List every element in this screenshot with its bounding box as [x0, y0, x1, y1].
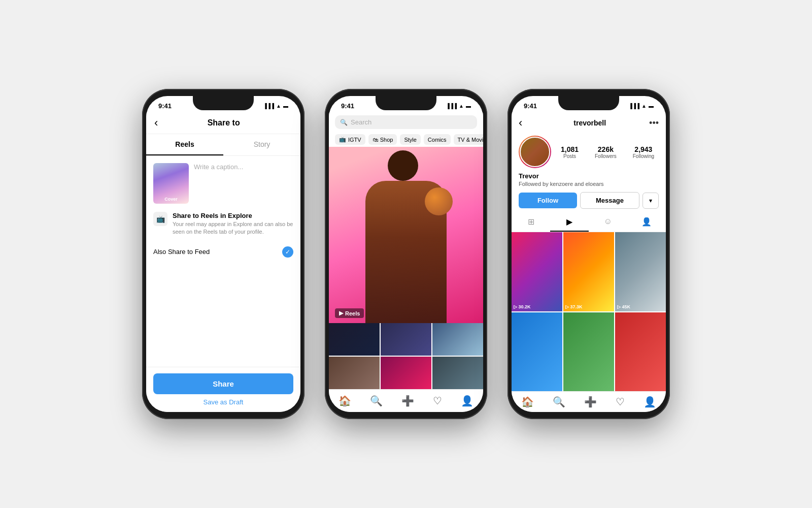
- cat-tv[interactable]: TV & Movie: [454, 134, 483, 145]
- share-button[interactable]: Share: [153, 373, 293, 394]
- grid-cell-2[interactable]: ▷ 37.3K: [563, 232, 614, 311]
- cat-igtv[interactable]: 📺 IGTV: [335, 134, 365, 145]
- tab-tagged[interactable]: ☺: [589, 213, 627, 232]
- explore-title: Share to Reels in Explore: [173, 212, 293, 219]
- stat-followers: 226k Followers: [595, 145, 617, 159]
- share-body: Cover Write a caption... 📺 Share to Reel…: [146, 156, 300, 367]
- cat-style[interactable]: Style: [400, 134, 420, 145]
- message-button[interactable]: Message: [580, 192, 639, 209]
- posts-label: Posts: [561, 153, 579, 159]
- save-draft-button[interactable]: Save as Draft: [204, 398, 244, 406]
- following-label: Following: [633, 153, 654, 159]
- grid-cell-6[interactable]: [615, 312, 666, 392]
- tab-grid[interactable]: ⊞: [512, 213, 550, 232]
- profile-nav-2[interactable]: 👤: [461, 395, 473, 407]
- status-time-1: 9:41: [158, 102, 172, 110]
- also-share-row: Also Share to Feed ✓: [153, 240, 293, 264]
- search-bar[interactable]: 🔍 Search: [335, 115, 477, 129]
- follow-button[interactable]: Follow: [519, 193, 577, 208]
- signal-icon-2: ▐▐▐: [446, 103, 457, 109]
- reels-badge: ▶ Reels: [335, 308, 364, 318]
- search-nav-2[interactable]: 🔍: [370, 395, 383, 407]
- notch-1: [193, 96, 254, 110]
- back-button-3[interactable]: ‹: [519, 116, 522, 130]
- add-nav-3[interactable]: ➕: [584, 396, 597, 408]
- profile-followed: Followed by kenzoere and eloears: [512, 181, 666, 190]
- phone-2-screen: 9:41 ▐▐▐ ▲ ▬ 🔍 Search 📺 IGTV 🛍: [329, 96, 483, 412]
- wifi-icon: ▲: [276, 103, 281, 109]
- status-time-2: 9:41: [341, 102, 354, 110]
- battery-icon-2: ▬: [466, 103, 471, 109]
- phone3-content: ‹ trevorbell ••• 1,081 Posts 226k Follow…: [512, 112, 666, 412]
- tab-mention[interactable]: 👤: [627, 213, 666, 232]
- signal-icon-3: ▐▐▐: [629, 103, 639, 109]
- wifi-icon-3: ▲: [641, 103, 647, 109]
- back-button-1[interactable]: ‹: [154, 116, 158, 130]
- heart-nav-2[interactable]: ♡: [433, 395, 442, 407]
- thumb-2[interactable]: [381, 323, 431, 356]
- explore-text: Share to Reels in Explore Your reel may …: [173, 212, 293, 236]
- tabs-row-1: Reels Story: [146, 134, 300, 156]
- search-icon: 🔍: [340, 119, 348, 126]
- caption-input[interactable]: Write a caption...: [194, 163, 293, 204]
- share-to-title: Share to: [166, 118, 281, 128]
- profile-nav-3[interactable]: 👤: [644, 396, 656, 408]
- thumb-5[interactable]: [381, 357, 431, 389]
- followers-label: Followers: [595, 153, 617, 159]
- caption-row: Cover Write a caption...: [153, 163, 293, 204]
- notch-2: [376, 96, 436, 110]
- profile-topbar: ‹ trevorbell •••: [512, 112, 666, 134]
- status-icons-1: ▐▐▐ ▲ ▬: [263, 103, 288, 109]
- explore-reel-icon: 📺: [153, 212, 167, 226]
- wifi-icon-2: ▲: [459, 103, 464, 109]
- phone2-content: 🔍 Search 📺 IGTV 🛍 Shop Style Comics: [329, 112, 483, 412]
- view-count-2: ▷ 37.3K: [565, 304, 583, 309]
- phone-2: 9:41 ▐▐▐ ▲ ▬ 🔍 Search 📺 IGTV 🛍: [325, 89, 487, 419]
- phone-1-screen: 9:41 ▐▐▐ ▲ ▬ ‹ Share to Reels Story: [146, 96, 300, 412]
- also-share-checkbox[interactable]: ✓: [282, 246, 293, 258]
- grid-cell-3[interactable]: ▷ 45K: [615, 232, 666, 311]
- search-nav-3[interactable]: 🔍: [553, 396, 565, 408]
- view-count-1: ▷ 30.2K: [514, 304, 531, 309]
- grid-cell-4[interactable]: [512, 312, 562, 392]
- grid-cell-1[interactable]: ▷ 30.2K: [512, 232, 562, 311]
- categories-row: 📺 IGTV 🛍 Shop Style Comics TV & Movie: [329, 132, 483, 147]
- cat-comics[interactable]: Comics: [424, 134, 451, 145]
- following-count: 2,943: [633, 145, 654, 153]
- heart-nav-3[interactable]: ♡: [616, 396, 625, 408]
- posts-count: 1,081: [561, 145, 579, 153]
- thumb-1[interactable]: [329, 323, 380, 356]
- search-bar-row: 🔍 Search: [329, 112, 483, 132]
- cat-shop[interactable]: 🛍 Shop: [368, 134, 397, 145]
- status-icons-3: ▐▐▐ ▲ ▬: [629, 103, 654, 109]
- phone-3-screen: 9:41 ▐▐▐ ▲ ▬ ‹ trevorbell ••• 1,081: [512, 96, 666, 412]
- explore-thumb-grid: [329, 323, 483, 389]
- phone-3: 9:41 ▐▐▐ ▲ ▬ ‹ trevorbell ••• 1,081: [507, 89, 670, 419]
- profile-info-row: 1,081 Posts 226k Followers 2,943 Followi…: [512, 134, 666, 170]
- thumb-6[interactable]: [432, 357, 483, 389]
- thumb-4[interactable]: [329, 357, 380, 389]
- view-count-3: ▷ 45K: [617, 304, 630, 309]
- tab-story[interactable]: Story: [223, 134, 300, 155]
- battery-icon: ▬: [283, 103, 288, 109]
- profile-actions: Follow Message ▾: [512, 190, 666, 211]
- grid-cell-5[interactable]: [563, 312, 614, 392]
- home-nav-3[interactable]: 🏠: [521, 396, 534, 408]
- add-nav-2[interactable]: ➕: [401, 395, 414, 407]
- thumb-3[interactable]: [432, 323, 483, 356]
- stat-following: 2,943 Following: [633, 145, 654, 159]
- also-share-label: Also Share to Feed: [153, 248, 210, 256]
- cover-thumbnail[interactable]: Cover: [153, 163, 189, 204]
- tab-reels-profile[interactable]: ▶: [550, 213, 589, 232]
- dropdown-button[interactable]: ▾: [642, 193, 659, 209]
- home-nav-2[interactable]: 🏠: [339, 395, 351, 407]
- profile-username: trevorbell: [573, 119, 606, 127]
- home-indicator-1: [198, 407, 249, 409]
- tab-reels[interactable]: Reels: [146, 134, 223, 155]
- profile-grid: ▷ 30.2K ▷ 37.3K ▷ 45K: [512, 232, 666, 391]
- explore-toggle: 📺 Share to Reels in Explore Your reel ma…: [153, 212, 293, 236]
- search-input: Search: [351, 118, 371, 126]
- igtv-icon: 📺: [339, 136, 346, 143]
- more-options-button[interactable]: •••: [649, 118, 659, 129]
- status-time-3: 9:41: [524, 102, 537, 110]
